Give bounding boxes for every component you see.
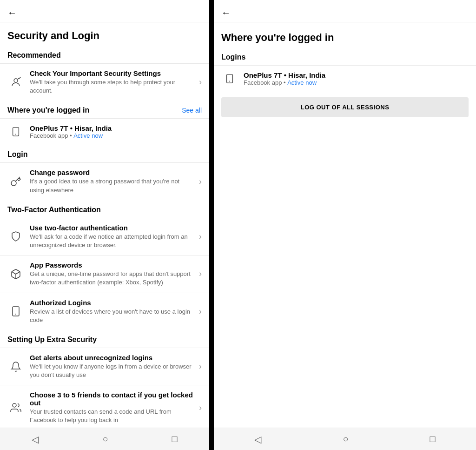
left-bottom-nav: ◁ ○ □: [0, 428, 209, 450]
svg-point-6: [13, 403, 16, 407]
use-2fa-item[interactable]: Use two-factor authentication We'll ask …: [0, 218, 209, 255]
trusted-friends-chevron-icon: ›: [199, 403, 202, 413]
change-password-chevron-icon: ›: [199, 177, 202, 187]
alerts-logins-chevron-icon: ›: [199, 362, 202, 371]
shield-icon: [7, 228, 24, 245]
logins-section-title: Logins: [214, 47, 476, 65]
alerts-logins-title: Get alerts about unrecognized logins: [30, 354, 195, 362]
see-all-button[interactable]: See all: [182, 107, 202, 114]
check-security-settings-text: Check Your Important Security Settings W…: [30, 69, 195, 95]
device-icon: [7, 123, 24, 140]
right-nav-recents-button[interactable]: □: [420, 430, 444, 448]
app-passwords-text: App Passwords Get a unique, one-time pas…: [30, 261, 195, 287]
right-nav-back-button[interactable]: ◁: [245, 430, 271, 449]
left-device-app: Facebook app • Active now: [30, 132, 112, 139]
change-password-item[interactable]: Change password It's a good idea to use …: [0, 162, 209, 200]
authorized-logins-desc: Review a list of devices where you won't…: [30, 308, 195, 324]
friends-icon: [7, 399, 24, 416]
recommended-section-header: Recommended: [0, 46, 209, 63]
left-device-text: OnePlus 7T • Hisar, India Facebook app •…: [30, 124, 112, 139]
app-passwords-title: App Passwords: [30, 261, 195, 269]
extra-security-section-header: Setting Up Extra Security: [0, 330, 209, 348]
authorized-device-icon: [7, 303, 24, 320]
left-page-title: Security and Login: [0, 22, 209, 46]
right-top-bar: ←: [214, 0, 476, 22]
svg-rect-7: [227, 74, 233, 83]
authorized-logins-title: Authorized Logins: [30, 299, 195, 307]
key-icon: [7, 173, 24, 190]
2fa-section-header: Two-Factor Authentication: [0, 200, 209, 218]
alerts-logins-text: Get alerts about unrecognized logins We'…: [30, 354, 195, 379]
right-back-button[interactable]: ←: [221, 7, 231, 18]
left-device-status: Active now: [73, 132, 103, 139]
panel-divider: [209, 0, 214, 450]
left-panel: ← Security and Login Recommended Check Y…: [0, 0, 209, 450]
check-security-chevron-icon: ›: [199, 77, 202, 87]
use-2fa-text: Use two-factor authentication We'll ask …: [30, 224, 195, 249]
right-panel: ← Where you're logged in Logins OnePlus …: [214, 0, 476, 450]
use-2fa-desc: We'll ask for a code if we notice an att…: [30, 233, 195, 249]
logged-in-section-header: Where you're logged in See all: [0, 101, 209, 118]
authorized-logins-item[interactable]: Authorized Logins Review a list of devic…: [0, 293, 209, 330]
left-nav-home-button[interactable]: ○: [93, 430, 117, 448]
right-device-app: Facebook app • Active now: [244, 79, 325, 86]
trusted-friends-item[interactable]: Choose 3 to 5 friends to contact if you …: [0, 385, 209, 428]
left-nav-back-button[interactable]: ◁: [22, 430, 48, 449]
logged-in-title: Where you're logged in: [7, 106, 89, 114]
alerts-logins-desc: We'll let you know if anyone logs in fro…: [30, 363, 195, 379]
right-device-text: OnePlus 7T • Hisar, India Facebook app •…: [244, 71, 325, 86]
app-passwords-desc: Get a unique, one-time password for apps…: [30, 270, 195, 287]
bell-icon: [7, 358, 24, 375]
logout-all-sessions-button[interactable]: LOG OUT OF ALL SESSIONS: [221, 97, 469, 117]
left-top-bar: ←: [0, 0, 209, 22]
left-device-item: OnePlus 7T • Hisar, India Facebook app •…: [0, 118, 209, 145]
right-content: Where you're logged in Logins OnePlus 7T…: [214, 22, 476, 428]
use-2fa-title: Use two-factor authentication: [30, 224, 195, 232]
svg-point-0: [14, 79, 18, 82]
change-password-title: Change password: [30, 168, 195, 176]
check-security-settings-item[interactable]: Check Your Important Security Settings W…: [0, 63, 209, 101]
left-content: Security and Login Recommended Check You…: [0, 22, 209, 428]
left-back-button[interactable]: ←: [7, 7, 17, 18]
right-device-item: OnePlus 7T • Hisar, India Facebook app •…: [214, 65, 476, 92]
change-password-text: Change password It's a good idea to use …: [30, 168, 195, 194]
authorized-logins-text: Authorized Logins Review a list of devic…: [30, 299, 195, 324]
authorized-logins-chevron-icon: ›: [199, 307, 202, 316]
app-passwords-chevron-icon: ›: [199, 269, 202, 279]
left-device-name: OnePlus 7T • Hisar, India: [30, 124, 112, 132]
left-nav-recents-button[interactable]: □: [162, 430, 186, 448]
right-device-icon: [221, 70, 238, 87]
right-device-status: Active now: [287, 79, 317, 86]
change-password-desc: It's a good idea to use a strong passwor…: [30, 177, 195, 194]
box-icon: [7, 266, 24, 282]
trusted-friends-desc: Your trusted contacts can send a code an…: [30, 408, 195, 424]
alerts-logins-item[interactable]: Get alerts about unrecognized logins We'…: [0, 348, 209, 385]
trusted-friends-title: Choose 3 to 5 friends to contact if you …: [30, 391, 195, 407]
security-check-icon: [7, 74, 24, 91]
right-page-title: Where you're logged in: [214, 22, 476, 47]
app-passwords-item[interactable]: App Passwords Get a unique, one-time pas…: [0, 255, 209, 292]
right-bottom-nav: ◁ ○ □: [214, 428, 476, 450]
check-security-settings-desc: We'll take you through some steps to hel…: [30, 78, 195, 95]
right-nav-home-button[interactable]: ○: [333, 430, 357, 448]
trusted-friends-text: Choose 3 to 5 friends to contact if you …: [30, 391, 195, 424]
login-section-header: Login: [0, 145, 209, 162]
check-security-settings-title: Check Your Important Security Settings: [30, 69, 195, 77]
use-2fa-chevron-icon: ›: [199, 232, 202, 242]
right-device-name: OnePlus 7T • Hisar, India: [244, 71, 325, 79]
